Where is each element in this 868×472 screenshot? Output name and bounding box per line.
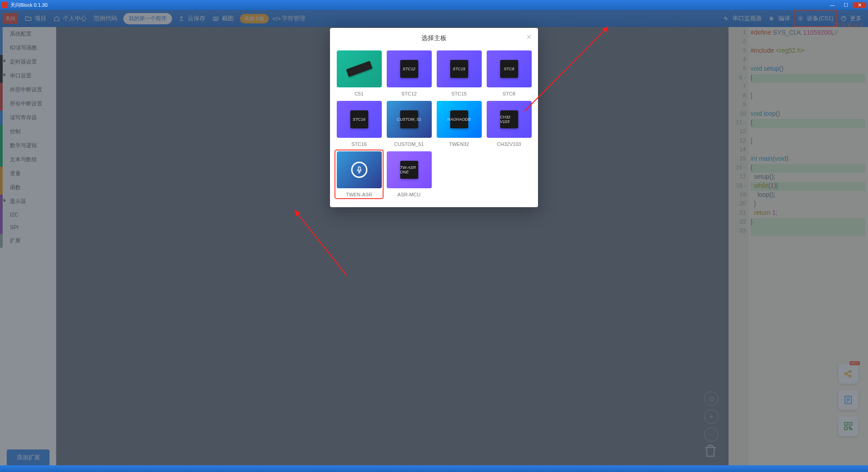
board-ch32[interactable]: CH32 V103CH32V103 [486, 101, 532, 147]
board-label: STC16 [351, 141, 366, 147]
board-stc15[interactable]: STC15STC15 [436, 50, 482, 96]
board-label: TWEN-ASR [346, 192, 372, 197]
app-icon [2, 2, 8, 8]
board-label: STC8 [502, 91, 515, 96]
board-label: ASR-MCU [398, 192, 420, 197]
maximize-button[interactable]: ☐ [839, 2, 853, 8]
board-label: CUSTOM_51 [394, 141, 424, 147]
board-asrmcu[interactable]: TW-ASR ONEASR-MCU [386, 151, 432, 197]
svg-rect-11 [358, 167, 360, 170]
board-c51[interactable]: C51 [336, 50, 382, 96]
window-title: 天问Block 0.1.30 [10, 2, 48, 9]
modal-close-button[interactable]: ✕ [526, 33, 532, 41]
board-custom51[interactable]: CUSTOM_51CUSTOM_51 [386, 101, 432, 147]
modal-overlay[interactable]: 选择主板 ✕ C51STC12STC12STC15STC15STC8STC8ST… [0, 10, 868, 472]
window-titlebar: 天问Block 0.1.30 — ☐ ✕ [0, 0, 868, 10]
board-label: C51 [354, 91, 363, 96]
board-stc12[interactable]: STC12STC12 [386, 50, 432, 96]
board-twen32[interactable]: HAOHAODBTWEN32 [436, 101, 482, 147]
board-stc16[interactable]: STC16STC16 [336, 101, 382, 147]
board-stc8[interactable]: STC8STC8 [486, 50, 532, 96]
modal-title: 选择主板 [421, 34, 447, 41]
close-window-button[interactable]: ✕ [853, 2, 866, 8]
board-twenasr[interactable]: TWEN-ASR [335, 150, 383, 198]
board-label: STC15 [451, 91, 466, 96]
select-board-modal: 选择主板 ✕ C51STC12STC12STC15STC15STC8STC8ST… [330, 28, 538, 207]
minimize-button[interactable]: — [826, 2, 839, 8]
board-label: TWEN32 [449, 141, 469, 147]
board-label: CH32V103 [497, 141, 521, 147]
board-label: STC12 [401, 91, 416, 96]
taskbar[interactable] [0, 465, 868, 472]
